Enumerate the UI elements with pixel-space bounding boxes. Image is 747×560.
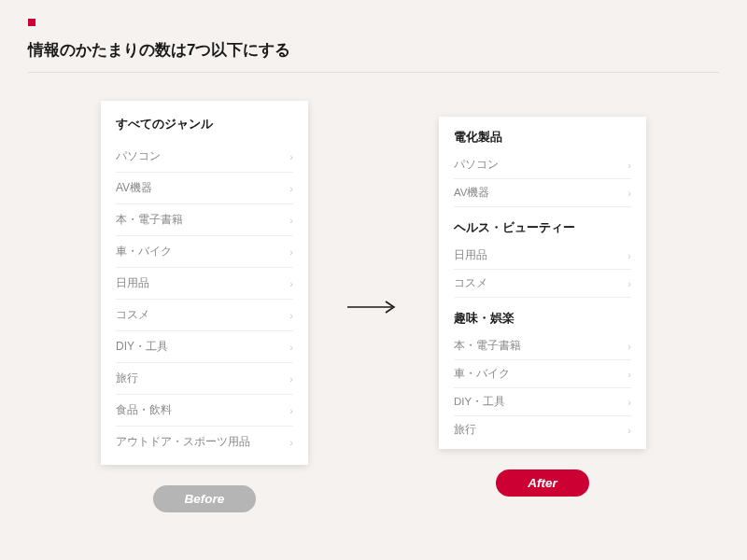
chevron-right-icon: › [627,341,631,352]
chevron-right-icon: › [289,151,293,162]
chevron-right-icon: › [289,310,293,321]
list-item[interactable]: 旅行› [454,416,631,443]
list-item-label: 車・バイク [116,244,172,259]
chevron-right-icon: › [289,405,293,416]
chevron-right-icon: › [627,250,631,261]
before-title: すべてのジャンル [116,116,293,133]
list-item[interactable]: DIY・工具› [454,388,631,416]
accent-square-icon [28,19,35,26]
list-item[interactable]: パソコン› [116,141,293,173]
after-group-title: ヘルス・ビューティー [454,220,631,236]
list-item[interactable]: パソコン› [454,151,631,179]
list-item-label: アウトドア・スポーツ用品 [116,434,250,450]
list-item[interactable]: アウトドア・スポーツ用品› [116,427,293,457]
chevron-right-icon: › [627,369,631,380]
chevron-right-icon: › [627,425,631,436]
list-item[interactable]: 車・バイク› [116,236,293,268]
chevron-right-icon: › [627,278,631,289]
list-item[interactable]: AV機器› [454,179,631,207]
list-item[interactable]: 旅行› [116,363,293,395]
list-item-label: DIY・工具 [116,339,168,355]
list-item[interactable]: DIY・工具› [116,331,293,363]
list-item-label: 日用品 [454,248,487,262]
chevron-right-icon: › [289,246,293,258]
list-item[interactable]: 日用品› [454,242,631,270]
before-label-pill: Before [153,485,257,512]
list-item[interactable]: コスメ› [454,270,631,298]
list-item-label: コスメ [454,276,487,290]
chevron-right-icon: › [289,215,293,226]
list-item[interactable]: 本・電子書籍› [116,204,293,236]
chevron-right-icon: › [627,188,631,199]
after-group-title: 電化製品 [454,130,631,146]
list-item-label: パソコン [454,158,499,172]
list-item-label: 本・電子書籍 [454,339,521,353]
chevron-right-icon: › [627,397,631,408]
arrow-right-icon [345,295,402,319]
list-item-label: 旅行 [116,371,138,386]
list-item[interactable]: 本・電子書籍› [454,332,631,360]
list-item-label: AV機器 [116,180,152,196]
chevron-right-icon: › [289,342,293,353]
list-item-label: 車・バイク [454,367,510,381]
comparison-content: すべてのジャンル パソコン› AV機器› 本・電子書籍› 車・バイク› 日用品›… [28,101,719,512]
chevron-right-icon: › [289,183,293,194]
list-item[interactable]: AV機器› [116,173,293,204]
after-group-title: 趣味・娯楽 [454,311,631,327]
list-item-label: DIY・工具 [454,395,505,409]
list-item-label: コスメ [116,307,149,323]
list-item-label: 本・電子書籍 [116,212,183,228]
chevron-right-icon: › [289,437,293,448]
after-column: 電化製品 パソコン› AV機器› ヘルス・ビューティー 日用品› コスメ› 趣味… [439,117,646,497]
chevron-right-icon: › [289,278,293,289]
chevron-right-icon: › [627,160,631,171]
list-item[interactable]: 車・バイク› [454,360,631,388]
after-panel: 電化製品 パソコン› AV機器› ヘルス・ビューティー 日用品› コスメ› 趣味… [439,117,646,449]
chevron-right-icon: › [289,373,293,385]
list-item[interactable]: 日用品› [116,268,293,300]
before-panel: すべてのジャンル パソコン› AV機器› 本・電子書籍› 車・バイク› 日用品›… [101,101,308,465]
before-column: すべてのジャンル パソコン› AV機器› 本・電子書籍› 車・バイク› 日用品›… [101,101,308,512]
list-item[interactable]: 食品・飲料› [116,395,293,427]
list-item-label: 日用品 [116,275,149,291]
list-item-label: AV機器 [454,186,490,200]
list-item[interactable]: コスメ› [116,300,293,331]
list-item-label: 旅行 [454,423,476,437]
after-label-pill: After [496,469,589,497]
divider [28,72,719,73]
header [28,19,719,26]
list-item-label: パソコン [116,148,161,164]
list-item-label: 食品・飲料 [116,402,172,418]
page-title: 情報のかたまりの数は7つ以下にする [28,39,719,61]
